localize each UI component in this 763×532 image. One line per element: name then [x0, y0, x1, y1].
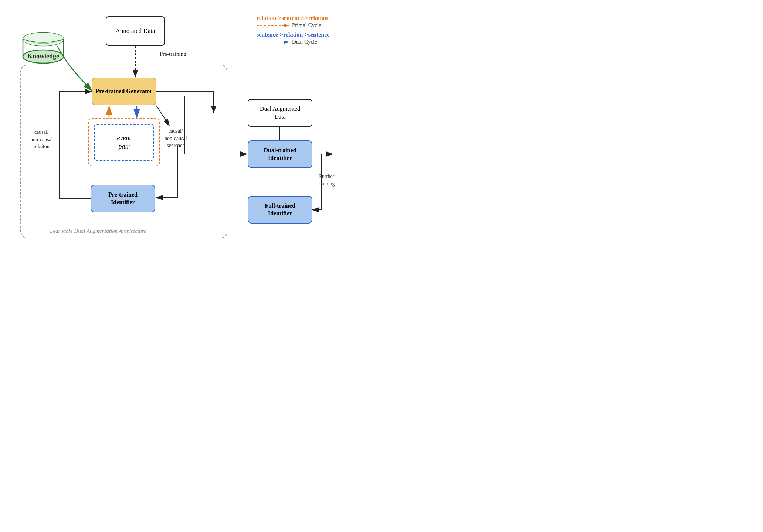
- dual-cycle-row: Dual Cycle: [257, 39, 371, 45]
- sentence-cycle-text: sentence->relation->sentence: [257, 31, 371, 38]
- dual-aug-label: Dual AugmentedData: [260, 105, 300, 121]
- event-pair-label: eventpair: [117, 134, 131, 151]
- cycle-section: relation->sentence->relation Primal Cycl…: [257, 15, 371, 45]
- dual-identifier-label: Dual-trainedIdentifier: [264, 147, 296, 162]
- primal-cycle-label: Primal Cycle: [292, 22, 321, 28]
- diagram-container: Knowledge Annotated Data Pre-trained Gen…: [0, 0, 382, 266]
- pretrained-identifier-box: Pre-trainedIdentifier: [91, 185, 155, 212]
- label-further-training: Furthertraining: [319, 173, 335, 187]
- dual-cycle-label: Dual Cycle: [292, 39, 317, 45]
- identifier-label: Pre-trainedIdentifier: [108, 191, 138, 207]
- svg-marker-5: [284, 24, 290, 27]
- dual-aug-box: Dual AugmentedData: [248, 99, 312, 127]
- label-causal-right: causal/non-causalsentence: [165, 127, 187, 149]
- relation-cycle-text: relation->sentence->relation: [257, 15, 371, 21]
- event-pair-box: eventpair: [88, 118, 160, 166]
- svg-text:Knowledge: Knowledge: [27, 52, 59, 60]
- svg-marker-7: [284, 41, 290, 44]
- annotated-data-label: Annotated Data: [115, 27, 155, 35]
- generator-box: Pre-trained Generator: [92, 78, 156, 105]
- event-pair-inner: eventpair: [94, 124, 154, 161]
- full-identifier-label: Full-trainedIdentifier: [265, 202, 295, 218]
- dual-identifier-box: Dual-trainedIdentifier: [248, 140, 312, 168]
- label-ldaa: Learnable Dual Augmentation Architecture: [50, 227, 146, 235]
- full-identifier-box: Full-trainedIdentifier: [248, 196, 312, 224]
- label-causal-left: causal/non-causalrelaiton: [30, 129, 53, 150]
- primal-cycle-row: Primal Cycle: [257, 22, 371, 28]
- knowledge-node: Knowledge: [19, 29, 67, 69]
- primal-cycle-arrow: [257, 23, 290, 28]
- svg-point-1: [23, 33, 64, 46]
- dual-cycle-arrow: [257, 39, 290, 45]
- annotated-data-box: Annotated Data: [106, 16, 165, 46]
- generator-label: Pre-trained Generator: [96, 88, 153, 95]
- label-pretraining: Pre-training: [160, 50, 186, 58]
